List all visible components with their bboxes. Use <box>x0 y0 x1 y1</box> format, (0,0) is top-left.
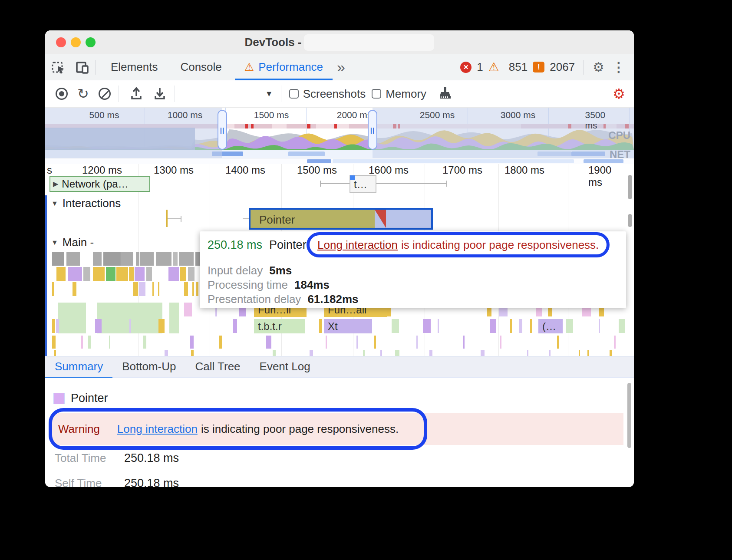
memory-checkbox[interactable] <box>372 89 381 99</box>
processing-time-value: 184ms <box>294 278 330 292</box>
overview-tick: 3000 ms <box>501 110 536 120</box>
interaction-marker[interactable] <box>166 210 168 227</box>
clear-recording-button[interactable] <box>99 88 111 100</box>
timeline-tracks: s 1200 ms 1300 ms 1400 ms 1500 ms 1600 m… <box>45 158 634 356</box>
inspect-element-icon[interactable] <box>49 58 69 77</box>
flame-block-tbtr[interactable]: t.b.t.r <box>254 319 305 333</box>
bottom-tab-strip: Summary Bottom-Up Call Tree Event Log <box>45 356 634 378</box>
expand-arrow-icon[interactable]: ▼ <box>51 239 58 247</box>
divider <box>584 60 584 75</box>
pointer-color-swatch <box>54 393 64 404</box>
tab-call-tree[interactable]: Call Tree <box>186 356 250 378</box>
overview-tick: 2500 ms <box>420 110 455 120</box>
more-tabs-icon[interactable]: » <box>337 59 345 76</box>
issues-count[interactable]: 2067 <box>550 60 575 74</box>
summary-warning-row: Warning Long interaction is indicating p… <box>52 413 623 445</box>
long-interaction-link[interactable]: Long interaction <box>117 422 198 436</box>
device-toolbar-icon[interactable] <box>73 58 92 77</box>
screenshots-checkbox[interactable] <box>289 89 299 99</box>
performance-warning-icon: ⚠ <box>244 61 254 73</box>
interaction-whisker <box>167 218 181 219</box>
overview-tick: 1500 ms <box>254 110 289 120</box>
long-interaction-link[interactable]: Long interaction <box>317 238 398 252</box>
self-time-value: 250.18 ms <box>124 477 179 487</box>
collect-garbage-icon[interactable] <box>436 86 451 102</box>
error-count[interactable]: 1 <box>477 60 483 74</box>
range-handle-left[interactable]: || <box>218 110 227 150</box>
redacted-title-pill <box>304 34 434 51</box>
warning-annotation-circle: Long interaction is indicating poor page… <box>307 232 610 257</box>
range-handle-right[interactable]: || <box>368 110 377 150</box>
settings-gear-icon[interactable]: ⚙ <box>593 59 604 75</box>
processing-time-label: Processing time <box>208 278 288 292</box>
reload-and-record-button[interactable]: ↻ <box>77 87 89 101</box>
interactions-track-header[interactable]: ▼ Interactions <box>51 197 121 210</box>
presentation-delay-value: 61.182ms <box>307 293 358 306</box>
cpu-label: CPU <box>608 129 630 142</box>
record-button[interactable] <box>56 88 68 100</box>
devtools-tab-bar: Elements Console ⚠ Performance » ✕ 1 ⚠ 8… <box>45 54 634 80</box>
network-request-label: t… <box>354 178 367 191</box>
net-label: NET <box>610 148 630 158</box>
divider <box>96 60 96 75</box>
total-time-label: Total Time <box>55 451 124 465</box>
main-track-label: Main - <box>63 236 94 249</box>
history-dropdown[interactable]: ▼ <box>265 89 273 99</box>
request-whisker <box>320 183 447 184</box>
overview-tick: 1000 ms <box>168 110 203 120</box>
collapse-arrow-icon[interactable]: ▶ <box>53 180 58 188</box>
tab-elements[interactable]: Elements <box>99 54 169 80</box>
interaction-tooltip: 250.18 ms Pointer Long interaction is in… <box>200 231 626 308</box>
performance-toolbar: ↻ ▼ Screenshots Memory <box>45 80 634 108</box>
main-track-header[interactable]: ▼ Main - <box>51 236 94 249</box>
screenshots-label[interactable]: Screenshots <box>303 87 366 101</box>
overview-tick: 3500 ms <box>585 110 618 131</box>
tab-console[interactable]: Console <box>169 54 233 80</box>
input-delay-value: 5ms <box>269 264 292 277</box>
network-request[interactable]: t… <box>350 175 376 193</box>
pointer-interaction-bar[interactable]: Pointer <box>249 208 433 230</box>
self-time-label: Self Time <box>55 477 124 487</box>
overview-tick: 2000 ms <box>337 110 372 120</box>
divider <box>175 86 175 102</box>
memory-label[interactable]: Memory <box>386 87 426 101</box>
tracks-scrollbar-thumb[interactable] <box>628 175 632 199</box>
network-track-label: Network (pa… <box>62 178 128 190</box>
warning-count-icon[interactable]: ⚠ <box>488 60 499 74</box>
download-profile-button[interactable] <box>153 86 167 102</box>
tooltip-title: Pointer <box>269 238 307 252</box>
tab-bottom-up[interactable]: Bottom-Up <box>112 356 185 378</box>
interactions-track-label: Interactions <box>63 197 121 210</box>
issues-icon[interactable]: ! <box>533 62 544 72</box>
tab-summary[interactable]: Summary <box>45 356 112 378</box>
interaction-warning-wedge <box>375 210 386 228</box>
warning-label: Warning <box>58 422 100 436</box>
divider <box>119 86 119 102</box>
warning-text: is indicating poor page responsiveness. <box>201 422 399 436</box>
flame-block-xt[interactable]: Xt <box>324 319 372 333</box>
devtools-window: DevTools - Elements Console ⚠ Performanc… <box>45 30 634 487</box>
kebab-menu-icon[interactable]: ⋮ <box>610 59 628 75</box>
flame-block-anonymous[interactable]: (… <box>538 319 563 333</box>
title-bar: DevTools - <box>45 30 634 54</box>
tracks-scrollbar-thumb[interactable] <box>628 214 632 227</box>
tooltip-duration: 250.18 ms <box>208 238 262 252</box>
selected-track-indicator <box>45 195 47 356</box>
timeline-overview[interactable]: 500 ms 1000 ms 1500 ms 2000 ms 2500 ms 3… <box>45 108 634 158</box>
total-time-value: 250.18 ms <box>124 451 179 465</box>
tab-event-log[interactable]: Event Log <box>250 356 320 378</box>
divider <box>281 86 281 102</box>
summary-scrollbar-thumb[interactable] <box>627 383 631 448</box>
input-delay-label: Input delay <box>208 264 263 277</box>
warning-count[interactable]: 851 <box>509 60 528 74</box>
capture-settings-gear-icon[interactable]: ⚙ <box>613 86 625 102</box>
upload-profile-button[interactable] <box>129 86 143 102</box>
expand-arrow-icon[interactable]: ▼ <box>51 200 58 208</box>
summary-event-name: Pointer <box>71 392 108 405</box>
tab-performance[interactable]: ⚠ Performance <box>233 54 334 80</box>
window-title: DevTools - <box>245 36 302 49</box>
network-track-header[interactable]: ▶ Network (pa… <box>49 176 150 192</box>
pointer-bar-label: Pointer <box>259 213 295 227</box>
error-count-icon[interactable]: ✕ <box>460 62 472 73</box>
presentation-delay-label: Presentation delay <box>208 293 301 306</box>
